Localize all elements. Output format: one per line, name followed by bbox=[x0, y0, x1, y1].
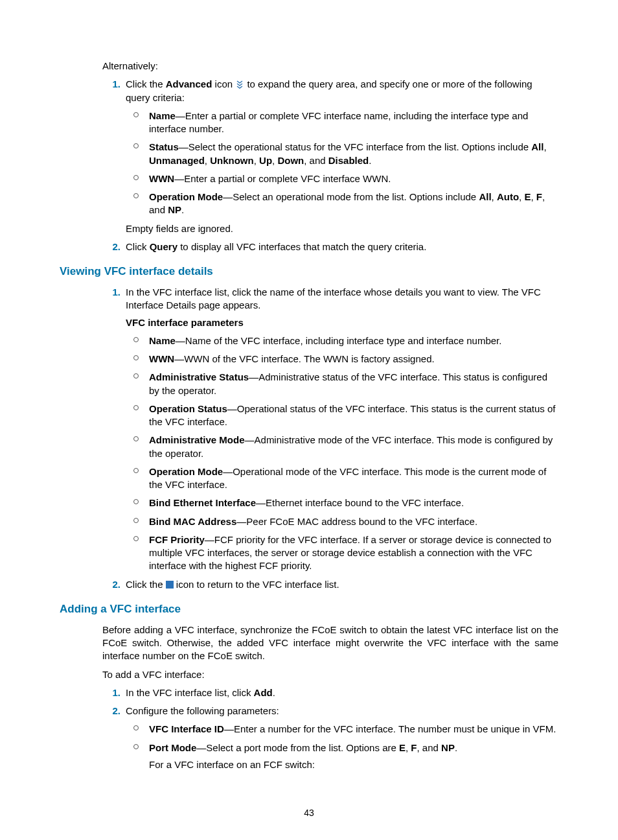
desc: —Name of the VFC interface, including in… bbox=[176, 335, 502, 346]
term: Name bbox=[149, 110, 176, 121]
step-number: 2. bbox=[102, 705, 120, 718]
opt: Disabled bbox=[328, 155, 369, 166]
criterion-wwn: WWN—Enter a partial or complete VFC inte… bbox=[126, 172, 558, 185]
alt-label: Alternatively: bbox=[102, 60, 558, 73]
hollow-circle-icon bbox=[133, 143, 139, 148]
term: VFC Interface ID bbox=[149, 723, 224, 734]
criterion-name: Name—Enter a partial or complete VFC int… bbox=[126, 110, 558, 136]
sep: , bbox=[544, 141, 546, 152]
port-mode-sub: For a VFC interface on an FCF switch: bbox=[149, 758, 558, 771]
step-number: 1. bbox=[102, 78, 120, 91]
opt: Unknown bbox=[210, 155, 254, 166]
param-admin-status: Administrative Status—Administrative sta… bbox=[126, 371, 558, 397]
desc: —Enter a partial or complete VFC interfa… bbox=[149, 110, 528, 134]
opt: Auto bbox=[497, 191, 519, 202]
opt: E bbox=[524, 191, 531, 202]
desc: —Select the operational status for the V… bbox=[179, 141, 531, 152]
param-admin-mode: Administrative Mode—Administrative mode … bbox=[126, 434, 558, 460]
sep: . bbox=[181, 204, 184, 215]
query-label: Query bbox=[150, 241, 177, 252]
add-step-2: 2. Configure the following parameters: V… bbox=[102, 705, 558, 771]
alt-step-1: 1. Click the Advanced icon to expand the… bbox=[102, 78, 558, 235]
opt: All bbox=[531, 141, 544, 152]
add-lead: To add a VFC interface: bbox=[102, 668, 558, 681]
param-wwn: WWN—WWN of the VFC interface. The WWN is… bbox=[126, 353, 558, 366]
desc: —Enter a number for the VFC interface. T… bbox=[224, 723, 556, 734]
term: Operation Status bbox=[149, 403, 227, 414]
step-number: 1. bbox=[102, 286, 120, 299]
view-step-1: 1. In the VFC interface list, click the … bbox=[102, 286, 558, 573]
add-steps: 1. In the VFC interface list, click Add.… bbox=[102, 686, 558, 771]
term: Bind MAC Address bbox=[149, 516, 236, 527]
term: WWN bbox=[149, 353, 174, 364]
opt: NP bbox=[441, 742, 455, 753]
hollow-circle-icon bbox=[133, 112, 139, 117]
hollow-circle-icon bbox=[133, 536, 139, 541]
param-vfc-id: VFC Interface ID—Enter a number for the … bbox=[126, 723, 558, 736]
sep: , bbox=[205, 155, 210, 166]
hollow-circle-icon bbox=[133, 725, 139, 730]
back-icon bbox=[166, 581, 174, 589]
add-params-list: VFC Interface ID—Enter a number for the … bbox=[126, 723, 558, 771]
text: icon to return to the VFC interface list… bbox=[176, 579, 339, 590]
empty-note: Empty fields are ignored. bbox=[126, 222, 558, 235]
sep: , bbox=[254, 155, 259, 166]
text: . bbox=[273, 687, 275, 698]
sep: , and bbox=[417, 742, 442, 753]
term: Administrative Mode bbox=[149, 434, 245, 445]
vfc-params-list: Name—Name of the VFC interface, includin… bbox=[126, 334, 558, 573]
text: In the VFC interface list, click the nam… bbox=[126, 286, 541, 310]
text: In the VFC interface list, click bbox=[126, 687, 254, 698]
add-intro: Before adding a VFC interface, synchroni… bbox=[102, 624, 558, 663]
hollow-circle-icon bbox=[133, 468, 139, 473]
sep: . bbox=[369, 155, 371, 166]
term: Operation Mode bbox=[149, 466, 223, 477]
desc: —Select an operational mode from the lis… bbox=[223, 191, 479, 202]
text: Configure the following parameters: bbox=[126, 705, 279, 716]
hollow-circle-icon bbox=[133, 175, 139, 180]
criterion-status: Status—Select the operational status for… bbox=[126, 141, 558, 167]
hollow-circle-icon bbox=[133, 373, 139, 379]
hollow-circle-icon bbox=[133, 518, 139, 523]
sep: , and bbox=[304, 155, 328, 166]
page: { "intro": { "alt_label": "Alternatively… bbox=[0, 0, 618, 840]
param-name: Name—Name of the VFC interface, includin… bbox=[126, 334, 558, 347]
desc: —Peer FCoE MAC address bound to the VFC … bbox=[236, 516, 477, 527]
view-steps: 1. In the VFC interface list, click the … bbox=[102, 286, 558, 591]
term: Name bbox=[149, 335, 176, 346]
term: Bind Ethernet Interface bbox=[149, 497, 256, 508]
opt: All bbox=[479, 191, 491, 202]
sep: , bbox=[531, 191, 536, 202]
term: Status bbox=[149, 141, 179, 152]
opt: Unmanaged bbox=[149, 155, 205, 166]
opt: F bbox=[536, 191, 542, 202]
query-criteria-list: Name—Enter a partial or complete VFC int… bbox=[126, 110, 558, 217]
hollow-circle-icon bbox=[133, 405, 139, 410]
text: Click the bbox=[126, 78, 166, 89]
param-bind-mac: Bind MAC Address—Peer FCoE MAC address b… bbox=[126, 515, 558, 528]
add-label: Add bbox=[254, 687, 273, 698]
criterion-opmode: Operation Mode—Select an operational mod… bbox=[126, 191, 558, 217]
hollow-circle-icon bbox=[133, 499, 139, 504]
opt: Down bbox=[277, 155, 304, 166]
advanced-label: Advanced bbox=[166, 78, 212, 89]
text: to display all VFC interfaces that match… bbox=[177, 241, 426, 252]
sep: , bbox=[492, 191, 497, 202]
alt-steps: 1. Click the Advanced icon to expand the… bbox=[102, 78, 558, 253]
text: Click bbox=[126, 241, 150, 252]
section-viewing-vfc: Viewing VFC interface details bbox=[60, 265, 558, 278]
term: WWN bbox=[149, 173, 174, 184]
term: FCF Priority bbox=[149, 534, 205, 545]
text: icon bbox=[212, 78, 235, 89]
opt: E bbox=[399, 742, 406, 753]
section-adding-vfc: Adding a VFC interface bbox=[60, 603, 558, 616]
hollow-circle-icon bbox=[133, 193, 139, 198]
alt-step-2: 2. Click Query to display all VFC interf… bbox=[102, 240, 558, 253]
hollow-circle-icon bbox=[133, 355, 139, 360]
hollow-circle-icon bbox=[133, 337, 139, 342]
add-step-1: 1. In the VFC interface list, click Add. bbox=[102, 686, 558, 699]
sep: . bbox=[455, 742, 457, 753]
param-bind-eth: Bind Ethernet Interface—Ethernet interfa… bbox=[126, 496, 558, 509]
term: Operation Mode bbox=[149, 191, 223, 202]
expand-chevrons-icon bbox=[235, 80, 244, 89]
